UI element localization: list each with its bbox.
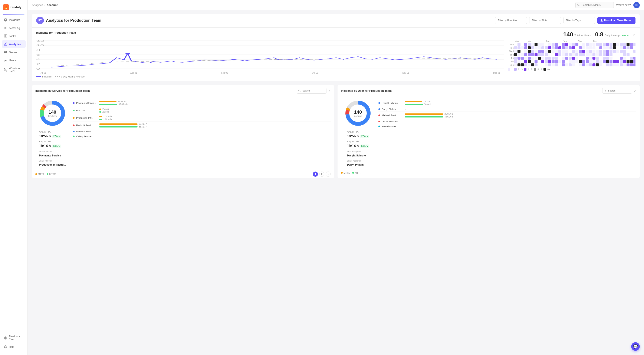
- avg-mttr-badge-val: 64%: [53, 145, 58, 147]
- heatmap-cell: [538, 46, 541, 49]
- heatmap-cell: [582, 53, 585, 56]
- heatmap-cell: [579, 46, 582, 49]
- mttr-value: 25 sec: [102, 111, 108, 113]
- teams-icon: [4, 50, 7, 54]
- heatmap-cell: [586, 53, 589, 56]
- heatmap-cell: [589, 60, 592, 63]
- sidebar-item-feedback[interactable]: Feedback Cen...: [2, 333, 26, 343]
- user-color-dot: [378, 102, 380, 104]
- zenduty-icon: 🔥: [3, 4, 9, 10]
- user-mtta-value: 16:27 h: [423, 100, 430, 103]
- svg-text:6: 6: [36, 54, 40, 56]
- xaxis-label: Jul 01: [40, 72, 46, 74]
- breadcrumb: Analytics › Account: [32, 3, 58, 6]
- line-chart-legend: Incidents 7-Day Moving Average: [36, 75, 504, 78]
- filter-priorities-input[interactable]: [495, 17, 527, 24]
- sidebar-logo-text: zenduty: [10, 5, 22, 9]
- sidebar-item-teams[interactable]: Teams: [2, 48, 26, 56]
- user-search-input[interactable]: [602, 88, 632, 94]
- heatmap-cell: [555, 63, 558, 66]
- expand-chart-icon[interactable]: ⤢: [633, 33, 636, 36]
- service-color-dot: [73, 136, 74, 137]
- heatmap-cell: [558, 60, 561, 63]
- avatar[interactable]: DS: [633, 2, 640, 8]
- heatmap-cell: [548, 60, 551, 63]
- expand-user-panel-icon[interactable]: ⤢: [634, 89, 636, 92]
- heatmap-cell: [596, 57, 599, 60]
- sidebar-item-alertlog[interactable]: Alert Log: [2, 24, 26, 32]
- page-2-btn[interactable]: 2: [319, 172, 324, 177]
- sidebar-item-tasks[interactable]: Tasks: [2, 32, 26, 40]
- sidebar-item-users[interactable]: Users: [2, 56, 26, 64]
- service-color-dot: [73, 124, 74, 126]
- sidebar-item-oncall[interactable]: Who is on call?: [2, 64, 26, 75]
- heatmap-cell: [626, 63, 630, 66]
- heatmap-cell: [565, 57, 568, 60]
- legend-label-1: 1: [512, 68, 513, 71]
- trend-arrow: ↘: [627, 34, 629, 37]
- service-panel: Incidents by Service for Production Team…: [32, 85, 334, 178]
- heatmap-cell: [620, 50, 623, 53]
- heatmap-cell: [538, 57, 541, 60]
- heatmap-cell: [616, 50, 619, 53]
- expand-service-panel-icon[interactable]: ⤢: [328, 89, 331, 92]
- user-search-wrap: [602, 88, 632, 94]
- user-mttr-legend-label: MTTR: [355, 172, 362, 174]
- heatmap-cell: [626, 50, 630, 53]
- search-incidents-input[interactable]: [576, 2, 614, 8]
- heatmap-cell: [586, 46, 589, 49]
- service-search-wrap: [297, 88, 326, 94]
- svg-point-16: [6, 348, 6, 348]
- filter-slas-input[interactable]: [529, 17, 561, 24]
- sidebar-item-incidents[interactable]: Incidents: [2, 16, 26, 24]
- heatmap-cell: [606, 46, 609, 49]
- heatmap-cell: [620, 53, 623, 56]
- mttr-bar: [99, 119, 102, 120]
- heatmap-cell: [555, 46, 558, 49]
- page-next-btn[interactable]: ›: [326, 172, 331, 177]
- alertlog-icon: [4, 26, 7, 29]
- month-label: Jul: [528, 40, 546, 42]
- heatmap-cell: [524, 43, 527, 46]
- heatmap-cell: [548, 46, 551, 49]
- heatmap-cell: [548, 57, 551, 60]
- sidebar-item-help[interactable]: Help: [2, 343, 26, 351]
- heatmap-section: 140 Total Incidents 0.8 Daily Average 47…: [508, 31, 636, 78]
- legend-cell-8plus: [544, 68, 546, 71]
- user-name: Kevin Malone: [382, 125, 403, 128]
- heatmap-cell: [565, 60, 568, 63]
- heatmap-cell: [552, 43, 554, 46]
- heatmap-cell: [582, 43, 585, 46]
- download-button[interactable]: Download Team Report: [597, 17, 636, 24]
- heatmap-cell: [616, 53, 619, 56]
- user-mttr-value: 16:44 h: [424, 103, 431, 106]
- total-incidents-number: 140: [563, 31, 573, 38]
- sidebar-item-label: Help: [9, 346, 14, 349]
- heatmap-cell: [521, 53, 524, 56]
- heatmap-cell: [613, 60, 616, 63]
- total-incidents-label: Total Incidents: [574, 34, 591, 37]
- service-search-input[interactable]: [297, 88, 326, 94]
- page-header-left: PT Analytics for Production Team: [36, 16, 101, 24]
- user-color-dot: [378, 108, 380, 110]
- heatmap-cell: [568, 43, 572, 46]
- filter-tags-input[interactable]: [563, 17, 595, 24]
- page-1-btn[interactable]: 1: [313, 172, 318, 177]
- heatmap-cell: [524, 57, 527, 60]
- heatmap-cell: [558, 50, 561, 53]
- heatmap-cell: [545, 43, 548, 46]
- heatmap-cell: [521, 43, 524, 46]
- svg-text:2: 2: [36, 63, 40, 65]
- sidebar-item-analytics[interactable]: Analytics: [2, 40, 26, 48]
- heatmap-cell: [531, 57, 534, 60]
- user-name: Michael Scott: [382, 114, 403, 117]
- heatmap-cell: [582, 50, 585, 53]
- heatmap-cell: [572, 60, 575, 63]
- sidebar-collapse-icon[interactable]: ‹: [24, 6, 24, 9]
- sidebar-logo[interactable]: 🔥 zenduty ‹: [0, 2, 28, 14]
- heatmap-cell: [603, 63, 606, 66]
- heatmap-cell: [562, 46, 565, 49]
- service-donut-wrap: 140 Incidents: [38, 99, 66, 127]
- whats-new-link[interactable]: What's new?: [616, 3, 631, 6]
- chat-bubble[interactable]: 💬: [631, 342, 640, 351]
